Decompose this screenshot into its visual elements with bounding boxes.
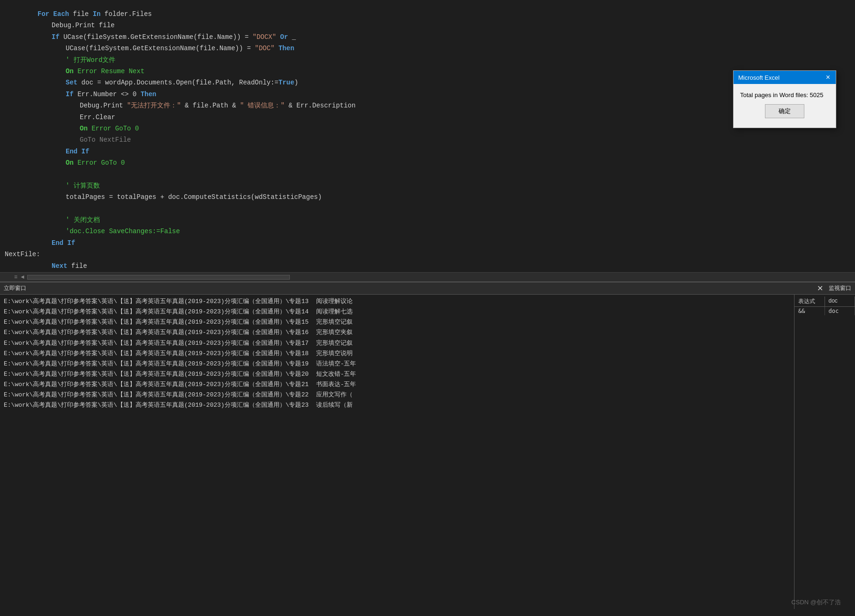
code-line-1: For Each file In folder.Files xyxy=(19,8,855,20)
bottom-content: E:\work\高考真题\打印参考答案\英语\【送】高考英语五年真题(2019-… xyxy=(0,295,855,609)
dialog-overlay: Microsoft Excel × Total pages in Word fi… xyxy=(733,70,836,128)
code-line-5: ' 打开Word文件 xyxy=(19,54,855,66)
code-line-3: If UCase(fileSystem.GetExtensionName(fil… xyxy=(19,31,855,43)
code-line-4: UCase(fileSystem.GetExtensionName(file.N… xyxy=(19,43,855,54)
code-line-18: 'doc.Close SaveChanges:=False xyxy=(19,226,855,237)
dialog-box: Microsoft Excel × Total pages in Word fi… xyxy=(733,70,836,128)
watch-col-expr: 表达式 xyxy=(794,297,825,306)
dialog-message: Total pages in Word files: 5025 xyxy=(740,91,829,99)
code-editor: For Each file In folder.Files Debug.Prin… xyxy=(0,0,855,272)
code-line-14: On Error GoTo 0 xyxy=(19,157,855,168)
scrollbar-area: ≡ ◄ xyxy=(0,272,855,281)
imm-line-3: E:\work\高考真题\打印参考答案\英语\【送】高考英语五年真题(2019-… xyxy=(0,317,794,327)
bottom-close-button[interactable]: ✕ xyxy=(815,284,825,293)
imm-line-11: E:\work\高考真题\打印参考答案\英语\【送】高考英语五年真题(2019-… xyxy=(0,400,794,411)
watch-cell-val: doc xyxy=(825,307,855,315)
code-line-8: If Err.Number <> 0 Then xyxy=(19,89,855,100)
dialog-body: Total pages in Word files: 5025 确定 xyxy=(734,84,836,128)
horizontal-scrollbar[interactable] xyxy=(27,275,290,280)
code-line-blank2 xyxy=(19,203,855,214)
watch-panel: 表达式 doc && doc xyxy=(794,295,855,609)
imm-line-8: E:\work\高考真题\打印参考答案\英语\【送】高考英语五年真题(2019-… xyxy=(0,369,794,380)
bottom-panel: 立即窗口 ✕ 监视窗口 E:\work\高考真题\打印参考答案\英语\【送】高考… xyxy=(0,281,855,610)
dialog-confirm-button[interactable]: 确定 xyxy=(765,104,804,118)
imm-line-5: E:\work\高考真题\打印参考答案\英语\【送】高考英语五年真题(2019-… xyxy=(0,338,794,349)
watch-col-val: doc xyxy=(825,297,855,306)
watch-cell-expr: && xyxy=(794,307,825,315)
watch-header: 表达式 doc xyxy=(794,297,855,307)
code-line-21: Next file xyxy=(19,260,855,272)
code-line-2: Debug.Print file xyxy=(19,20,855,31)
imm-line-9: E:\work\高考真题\打印参考答案\英语\【送】高考英语五年真题(2019-… xyxy=(0,380,794,390)
dialog-titlebar: Microsoft Excel × xyxy=(734,71,836,84)
bottom-toolbar: 立即窗口 ✕ 监视窗口 xyxy=(0,282,855,295)
immediate-window-title: 立即窗口 xyxy=(4,284,815,292)
code-line-15: ' 计算页数 xyxy=(19,180,855,191)
imm-line-4: E:\work\高考真题\打印参考答案\英语\【送】高考英语五年真题(2019-… xyxy=(0,327,794,338)
code-line-9: Debug.Print "无法打开文件：" & file.Path & " 错误… xyxy=(19,100,855,111)
scroll-icon-left: ≡ ◄ xyxy=(14,274,24,281)
imm-line-6: E:\work\高考真题\打印参考答案\英语\【送】高考英语五年真题(2019-… xyxy=(0,349,794,359)
dialog-title: Microsoft Excel xyxy=(738,74,779,81)
code-line-11: On Error GoTo 0 xyxy=(19,123,855,134)
imm-line-10: E:\work\高考真题\打印参考答案\英语\【送】高考英语五年真题(2019-… xyxy=(0,390,794,400)
dialog-close-button[interactable]: × xyxy=(825,74,831,81)
immediate-window: E:\work\高考真题\打印参考答案\英语\【送】高考英语五年真题(2019-… xyxy=(0,295,794,609)
imm-line-2: E:\work\高考真题\打印参考答案\英语\【送】高考英语五年真题(2019-… xyxy=(0,307,794,317)
imm-line-7: E:\work\高考真题\打印参考答案\英语\【送】高考英语五年真题(2019-… xyxy=(0,359,794,369)
code-line-17: ' 关闭文档 xyxy=(19,214,855,226)
code-line-10: Err.Clear xyxy=(19,112,855,123)
imm-line-1: E:\work\高考真题\打印参考答案\英语\【送】高考英语五年真题(2019-… xyxy=(0,297,794,307)
code-line-6: On Error Resume Next xyxy=(19,66,855,77)
code-line-19: End If xyxy=(19,237,855,249)
code-line-12: GoTo NextFile xyxy=(19,134,855,145)
watch-window-label: 监视窗口 xyxy=(829,284,851,292)
code-line-20: NextFile: xyxy=(5,249,855,260)
code-line-7: Set doc = wordApp.Documents.Open(file.Pa… xyxy=(19,77,855,88)
code-line-13: End If xyxy=(19,146,855,157)
watch-row-1: && doc xyxy=(794,307,855,315)
code-line-16: totalPages = totalPages + doc.ComputeSta… xyxy=(19,191,855,203)
code-line-blank1 xyxy=(19,168,855,180)
